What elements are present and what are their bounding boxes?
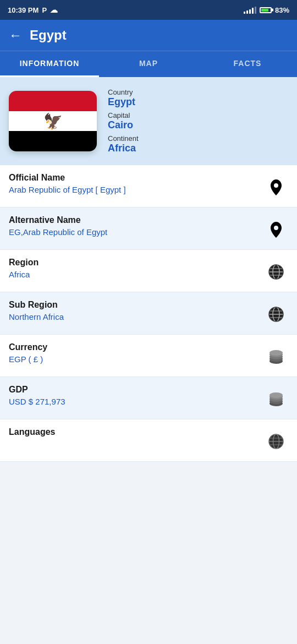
battery-icon [260, 7, 272, 13]
currency-label: Currency [9, 342, 264, 352]
region-label: Region [9, 258, 264, 268]
svg-point-16 [270, 350, 283, 356]
status-right: 83% [244, 6, 289, 14]
tab-information[interactable]: INFORMATION [0, 51, 99, 77]
eagle-emblem: 🦅 [43, 112, 63, 130]
info-alternative-name: Alternative Name EG,Arab Republic of Egy… [0, 208, 297, 250]
info-gdp: GDP USD $ 271,973 [0, 377, 297, 419]
map-icon-1 [264, 217, 288, 242]
official-name-value: Arab Republic of Egypt [ Egypt ] [9, 185, 264, 194]
carrier-icon: P [42, 6, 47, 14]
flag-black-stripe [9, 131, 97, 151]
gdp-label: GDP [9, 385, 264, 395]
gdp-value: USD $ 271,973 [9, 397, 264, 406]
country-value: Egypt [108, 96, 288, 108]
capital-label: Capital [108, 111, 288, 119]
currency-value: EGP ( £ ) [9, 354, 264, 364]
country-card: 🦅 Country Egypt Capital Cairo Continent … [0, 77, 297, 165]
alternative-name-label: Alternative Name [9, 215, 264, 225]
country-label: Country [108, 88, 288, 96]
globe-icon-2 [264, 260, 288, 284]
alternative-name-value: EG,Arab Republic of Egypt [9, 227, 264, 237]
subregion-value: Northern Africa [9, 312, 264, 321]
info-currency: Currency EGP ( £ ) [0, 335, 297, 377]
info-languages: Languages [0, 419, 297, 462]
info-official-name: Official Name Arab Republic of Egypt [ E… [0, 165, 297, 208]
continent-value: Africa [108, 143, 288, 154]
page-title: Egypt [30, 28, 67, 43]
country-details: Country Egypt Capital Cairo Continent Af… [108, 88, 288, 154]
flag-image: 🦅 [9, 91, 97, 151]
info-region: Region Africa [0, 250, 297, 292]
region-value: Africa [9, 270, 264, 279]
map-icon-0 [264, 175, 288, 199]
tab-map[interactable]: MAP [99, 51, 198, 77]
battery-percent: 83% [275, 6, 289, 14]
coin-icon-5 [264, 387, 288, 411]
svg-point-21 [270, 392, 283, 398]
info-subregion: Sub Region Northern Africa [0, 292, 297, 335]
signal-icon [244, 6, 256, 14]
subregion-label: Sub Region [9, 300, 264, 310]
status-time: 10:39 PM [8, 6, 38, 14]
flag-white-stripe: 🦅 [9, 111, 97, 132]
status-bar: 10:39 PM P ☁ 83% [0, 0, 297, 20]
tab-bar: INFORMATION MAP FACTS [0, 51, 297, 77]
header: ← Egypt [0, 20, 297, 51]
coin-icon-4 [264, 345, 288, 369]
official-name-label: Official Name [9, 173, 264, 183]
globe-small-icon-6 [264, 429, 288, 454]
capital-value: Cairo [108, 119, 288, 131]
info-list: Official Name Arab Republic of Egypt [ E… [0, 165, 297, 462]
cloud-icon: ☁ [50, 6, 58, 14]
flag-red-stripe [9, 91, 97, 111]
languages-label: Languages [9, 427, 264, 437]
globe-icon-3 [264, 302, 288, 326]
tab-facts[interactable]: FACTS [198, 51, 297, 77]
back-button[interactable]: ← [9, 29, 22, 42]
continent-label: Continent [108, 134, 288, 143]
